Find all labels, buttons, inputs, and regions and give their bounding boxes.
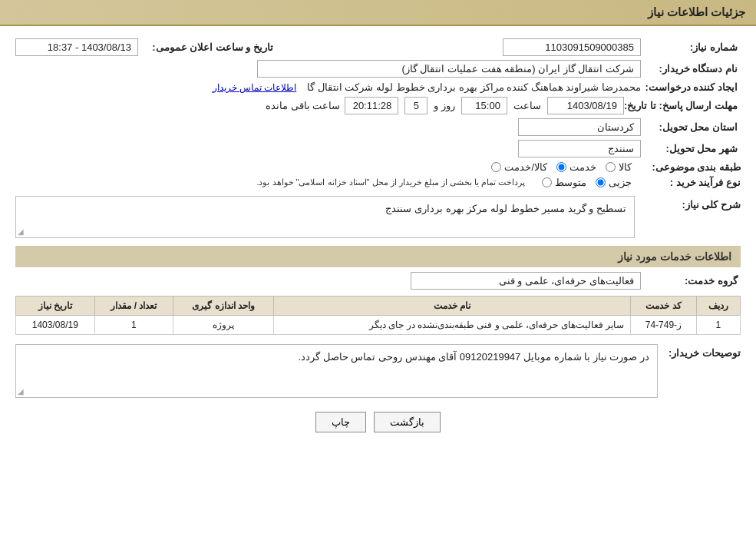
table-row: 1 ز-749-74 سایر فعالیت‌های حرفه‌ای، علمی…	[16, 316, 741, 335]
buyer-notes-section: توصیحات خریدار: در صورت نیاز با شماره مو…	[15, 344, 741, 398]
row-province: استان محل تحویل: کردستان	[15, 118, 741, 136]
need-description-label: شرح کلی نیاز:	[641, 196, 741, 210]
response-date: 1403/08/19	[547, 97, 624, 114]
category-khedmat-label: خدمت	[569, 161, 596, 173]
purchase-jozi[interactable]: جزیی	[596, 177, 632, 188]
row-purchase-type: نوع فرآیند خرید : جزیی متوسط پرداخت تمام…	[15, 177, 741, 188]
resize-handle: ◢	[18, 227, 24, 236]
remaining-time: 20:11:28	[345, 97, 398, 114]
row-deadline: مهلت ارسال پاسخ: تا تاریخ: 1403/08/19 سا…	[15, 97, 741, 114]
purchase-type-label: نوع فرآیند خرید :	[641, 177, 741, 188]
purchase-motawaset-label: متوسط	[555, 177, 586, 188]
cell-unit: پروژه	[173, 316, 274, 335]
category-radio-khedmat-input[interactable]	[556, 162, 566, 172]
need-description-box: تسطیح و گرید مسیر خطوط لوله مرکز بهره بر…	[15, 196, 635, 238]
col-unit: واحد اندازه گیری	[173, 297, 274, 316]
need-description-section: شرح کلی نیاز: تسطیح و گرید مسیر خطوط لول…	[15, 196, 741, 238]
main-content: شماره نیاز: 1103091509000385 تاریخ و ساع…	[0, 26, 756, 452]
city-label: شهر محل تحویل:	[641, 143, 741, 154]
purchase-jozi-label: جزیی	[609, 177, 632, 188]
category-radio-kala[interactable]: کالا	[606, 161, 632, 173]
row-city: شهر محل تحویل: سنندج	[15, 140, 741, 157]
deadline-label: مهلت ارسال پاسخ: تا تاریخ:	[624, 100, 741, 111]
back-button[interactable]: بازگشت	[374, 412, 441, 432]
buyer-notes-value: در صورت نیاز با شماره موبایل 09120219947…	[299, 351, 650, 363]
category-radio-kala-khedmat-input[interactable]	[491, 162, 501, 172]
purchase-jozi-input[interactable]	[596, 177, 606, 187]
service-table: ردیف کد خدمت نام خدمت واحد اندازه گیری ت…	[15, 296, 741, 335]
service-info-title: اطلاعات خدمات مورد نیاز	[618, 250, 731, 263]
page-title: جزئیات اطلاعات نیاز	[648, 5, 745, 18]
cell-service-code: ز-749-74	[631, 316, 697, 335]
buyer-notes-label: توصیحات خریدار:	[664, 344, 741, 359]
category-radio-khedmat[interactable]: خدمت	[556, 161, 596, 173]
print-button[interactable]: چاپ	[315, 412, 366, 432]
purchase-motawaset-input[interactable]	[542, 177, 552, 187]
cell-service-name: سایر فعالیت‌های حرفه‌ای، علمی و فنی طبقه…	[274, 316, 631, 335]
service-group-label: گروه خدمت:	[641, 275, 741, 287]
buyer-org-label: نام دستگاه خریدار:	[641, 63, 741, 75]
date-value: 1403/08/13 - 18:37	[15, 38, 138, 56]
service-group-value: فعالیت‌های حرفه‌ای، علمی و فنی	[411, 272, 641, 290]
province-value: کردستان	[518, 118, 641, 136]
row-creator: ایجاد کننده درخواست: محمدرضا شیراوند هما…	[15, 81, 741, 93]
city-value: سنندج	[518, 140, 641, 157]
col-quantity: تعداد / مقدار	[94, 297, 173, 316]
category-label: طبقه بندی موضوعی:	[641, 161, 741, 173]
row-buyer-org: نام دستگاه خریدار: شرکت انتقال گاز ایران…	[15, 60, 741, 78]
col-row-num: ردیف	[696, 297, 740, 316]
row-service-group: گروه خدمت: فعالیت‌های حرفه‌ای، علمی و فن…	[15, 272, 741, 290]
row-category: طبقه بندی موضوعی: کالا خدمت کالا/خدمت	[15, 161, 741, 173]
creator-link[interactable]: اطلاعات تماس خریدار	[213, 82, 297, 93]
purchase-note: پرداخت تمام یا بخشی از مبلغ خریدار از مح…	[256, 177, 525, 187]
need-number-value: 1103091509000385	[503, 38, 641, 56]
col-service-name: نام خدمت	[274, 297, 631, 316]
cell-date: 1403/08/19	[16, 316, 95, 335]
category-radio-kala-input[interactable]	[606, 162, 616, 172]
response-days: 5	[404, 97, 428, 114]
category-kala-khedmat-label: کالا/خدمت	[504, 161, 547, 173]
col-service-code: کد خدمت	[631, 297, 697, 316]
button-row: بازگشت چاپ	[15, 412, 741, 432]
cell-row-num: 1	[696, 316, 740, 335]
need-description-value: تسطیح و گرید مسیر خطوط لوله مرکز بهره بر…	[385, 203, 626, 214]
creator-label: ایجاد کننده درخواست:	[641, 81, 741, 93]
province-label: استان محل تحویل:	[641, 121, 741, 133]
page-header: جزئیات اطلاعات نیاز	[0, 0, 756, 26]
response-time: 15:00	[461, 97, 507, 114]
remaining-label: ساعت باقی مانده	[266, 100, 340, 111]
date-label: تاریخ و ساعت اعلان عمومی:	[138, 41, 276, 53]
buyer-notes-box: در صورت نیاز با شماره موبایل 09120219947…	[15, 344, 658, 398]
category-kala-label: کالا	[619, 161, 632, 173]
page-container: AnatRender.net جزئیات اطلاعات نیاز شماره…	[0, 0, 756, 540]
need-number-label: شماره نیاز:	[641, 41, 741, 53]
cell-quantity: 1	[94, 316, 173, 335]
category-radio-kala-khedmat[interactable]: کالا/خدمت	[491, 161, 547, 173]
time-label-static: ساعت	[513, 100, 541, 111]
purchase-motawaset[interactable]: متوسط	[542, 177, 586, 188]
resize-handle-2: ◢	[18, 387, 24, 396]
row-need-number: شماره نیاز: 1103091509000385 تاریخ و ساع…	[15, 38, 741, 56]
creator-name: محمدرضا شیراوند هماهنگ کننده مراکز بهره …	[307, 81, 641, 93]
col-date: تاریخ نیاز	[16, 297, 95, 316]
days-label-static: روز و	[434, 100, 455, 111]
service-info-header: اطلاعات خدمات مورد نیاز	[15, 246, 741, 267]
buyer-org-value: شرکت انتقال گاز ایران (منطقه هفت عملیات …	[257, 60, 641, 78]
